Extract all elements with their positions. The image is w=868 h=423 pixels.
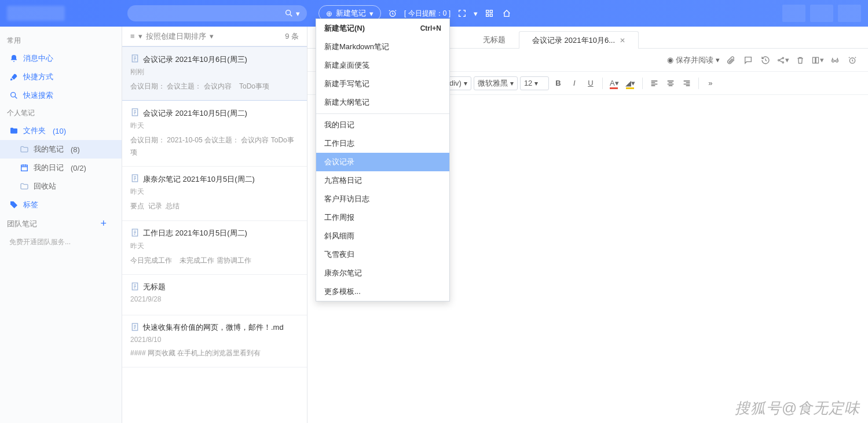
sidebar-tags[interactable]: 标签 bbox=[0, 196, 122, 214]
dropdown-item[interactable]: 新建Markdown笔记 bbox=[316, 38, 449, 56]
menu-icon[interactable]: ≡ bbox=[130, 32, 135, 41]
document-icon bbox=[130, 282, 140, 293]
comment-icon[interactable] bbox=[742, 54, 755, 67]
note-excerpt: 要点 ​ 记录 ​ 总结 ​ bbox=[130, 200, 299, 212]
dropdown-item[interactable]: 新建大纲笔记 bbox=[316, 93, 449, 112]
font-select[interactable]: 微软雅黑▾ bbox=[474, 76, 518, 90]
apps-icon[interactable] bbox=[484, 8, 495, 19]
dropdown-item-label: 斜风细雨 bbox=[324, 231, 354, 241]
bell-icon bbox=[9, 54, 19, 63]
book-icon[interactable]: ▾ bbox=[811, 54, 824, 67]
note-card[interactable]: 快速收集有价值的网页，微博，邮件！.md2021/8/10#### 网页收藏 在… bbox=[122, 315, 307, 367]
chevron-down-icon[interactable]: ▾ bbox=[138, 32, 142, 41]
dropdown-item[interactable]: 新建桌面便笺 bbox=[316, 56, 449, 75]
dropdown-item[interactable]: 更多模板... bbox=[316, 282, 449, 301]
count: (8) bbox=[71, 145, 80, 154]
close-icon[interactable]: ✕ bbox=[620, 36, 625, 45]
sidebar-subfolder[interactable]: 回收站 bbox=[0, 177, 122, 196]
sidebar-item[interactable]: 快捷方式 bbox=[0, 68, 122, 86]
align-center-icon[interactable] bbox=[664, 76, 677, 90]
sidebar-section-team: 团队笔记 + bbox=[0, 214, 122, 233]
dropdown-item[interactable]: 飞雪夜归 bbox=[316, 245, 449, 264]
chevron-down-icon[interactable]: ▾ bbox=[210, 32, 214, 41]
dropdown-item-label: 新建桌面便笺 bbox=[324, 60, 369, 71]
highlight-icon[interactable]: ◢▾ bbox=[624, 76, 638, 90]
sidebar-item-label: 我的笔记 bbox=[34, 144, 64, 155]
dropdown-item[interactable]: 我的日记 bbox=[316, 116, 449, 134]
dropdown-item[interactable]: 会议记录 bbox=[316, 153, 449, 171]
alarm-icon[interactable] bbox=[846, 54, 859, 67]
svg-point-7 bbox=[11, 93, 16, 97]
underline-icon[interactable]: U bbox=[584, 76, 598, 90]
align-left-icon[interactable] bbox=[647, 76, 661, 90]
dropdown-item-label: 我的日记 bbox=[324, 120, 354, 130]
history-icon[interactable] bbox=[759, 54, 772, 67]
chevron-down-icon: ▾ bbox=[369, 9, 373, 18]
note-excerpt: 会议日期： 2021-10-05 会议主题： 会议内容 ToDo事项 bbox=[130, 134, 299, 158]
sort-dropdown[interactable]: 按照创建日期排序 bbox=[146, 31, 206, 42]
dropdown-item[interactable]: 工作日志 bbox=[316, 134, 449, 153]
glasses-icon[interactable] bbox=[829, 54, 841, 67]
dropdown-item[interactable]: 斜风细雨 bbox=[316, 227, 449, 245]
dropdown-item[interactable]: 九宫格日记 bbox=[316, 171, 449, 190]
attachment-icon[interactable] bbox=[724, 54, 737, 67]
dropdown-item[interactable]: 工作周报 bbox=[316, 208, 449, 227]
fullscreen-icon[interactable] bbox=[456, 8, 468, 19]
note-card[interactable]: 会议记录 2021年10月5日(周二)昨天会议日期： 2021-10-05 会议… bbox=[122, 101, 307, 167]
window-controls bbox=[782, 5, 861, 22]
dropdown-separator bbox=[316, 113, 449, 114]
sidebar-item-label: 快速搜索 bbox=[23, 90, 53, 101]
close-button[interactable] bbox=[838, 5, 861, 22]
tab[interactable]: 无标题 bbox=[470, 31, 519, 48]
minimize-button[interactable] bbox=[782, 5, 805, 22]
chevron-down-icon: ▾ bbox=[716, 56, 720, 64]
note-card[interactable]: 会议记录 2021年10月6日(周三)刚刚会议日期： 会议主题：​ 会议内容 ​… bbox=[122, 46, 307, 101]
maximize-button[interactable] bbox=[810, 5, 833, 22]
search-input[interactable]: ▾ bbox=[127, 5, 307, 21]
italic-icon[interactable]: I bbox=[567, 76, 581, 90]
dropdown-item-label: 更多模板... bbox=[324, 286, 361, 297]
dropdown-item[interactable]: 新建笔记(N)Ctrl+N bbox=[316, 19, 449, 38]
sidebar-subfolder[interactable]: 我的笔记(8) bbox=[0, 140, 122, 159]
dropdown-item[interactable]: 康奈尔笔记 bbox=[316, 264, 449, 282]
team-promo-link[interactable]: 免费开通团队服务... bbox=[0, 233, 122, 251]
add-team-button[interactable]: + bbox=[100, 218, 107, 230]
dropdown-item[interactable]: 客户拜访日志 bbox=[316, 190, 449, 208]
sidebar-item[interactable]: 消息中心 bbox=[0, 49, 122, 68]
reminder-today[interactable]: [ 今日提醒：0 ] bbox=[404, 9, 451, 19]
folder-icon bbox=[20, 182, 29, 191]
save-and-read-button[interactable]: ◉ 保存并阅读 ▾ bbox=[667, 55, 720, 65]
tab[interactable]: 会议记录 2021年10月6...✕ bbox=[519, 31, 639, 49]
dropdown-item-label: 新建笔记(N) bbox=[324, 23, 365, 34]
home-icon[interactable] bbox=[501, 8, 512, 19]
svg-rect-3 bbox=[486, 10, 489, 13]
note-card[interactable]: 康奈尔笔记 2021年10月5日(周二)昨天要点 ​ 记录 ​ 总结 ​ bbox=[122, 167, 307, 220]
more-toolbar-icon[interactable]: » bbox=[704, 76, 717, 90]
dropdown-item-label: 新建Markdown笔记 bbox=[324, 42, 389, 52]
chevron-down-icon[interactable]: ▾ bbox=[474, 9, 478, 18]
search-icon[interactable]: ▾ bbox=[284, 9, 300, 18]
folder-icon bbox=[20, 163, 29, 172]
sidebar-folder[interactable]: 文件夹 (10) bbox=[0, 122, 122, 140]
size-select[interactable]: 12▾ bbox=[520, 76, 549, 90]
share-icon[interactable]: ▾ bbox=[777, 54, 789, 67]
document-icon bbox=[130, 54, 140, 65]
note-card[interactable]: 无标题2021/9/28 bbox=[122, 275, 307, 315]
sidebar-subfolder[interactable]: 我的日记(0/2) bbox=[0, 159, 122, 177]
dropdown-item[interactable]: 新建手写笔记 bbox=[316, 75, 449, 93]
align-right-icon[interactable] bbox=[680, 76, 694, 90]
new-note-dropdown: 新建笔记(N)Ctrl+N新建Markdown笔记新建桌面便笺新建手写笔记新建大… bbox=[316, 19, 450, 301]
sidebar-item[interactable]: 快速搜索 bbox=[0, 86, 122, 105]
sidebar-item-label: 我的日记 bbox=[34, 163, 64, 173]
dropdown-item-label: 工作日志 bbox=[324, 138, 354, 149]
note-time: 昨天 bbox=[130, 187, 299, 197]
delete-icon[interactable] bbox=[794, 54, 807, 67]
plus-icon: ⊕ bbox=[326, 9, 332, 18]
dropdown-item-label: 会议记录 bbox=[324, 157, 354, 167]
sidebar-item-label: 回收站 bbox=[34, 181, 56, 192]
alarm-icon[interactable] bbox=[387, 8, 398, 19]
font-color-icon[interactable]: A▾ bbox=[607, 76, 621, 90]
bold-icon[interactable]: B bbox=[551, 76, 565, 90]
svg-rect-4 bbox=[490, 10, 492, 13]
note-card[interactable]: 工作日志 2021年10月5日(周二)昨天今日完成工作 ​ ​ ​ 未完成工作 … bbox=[122, 221, 307, 275]
